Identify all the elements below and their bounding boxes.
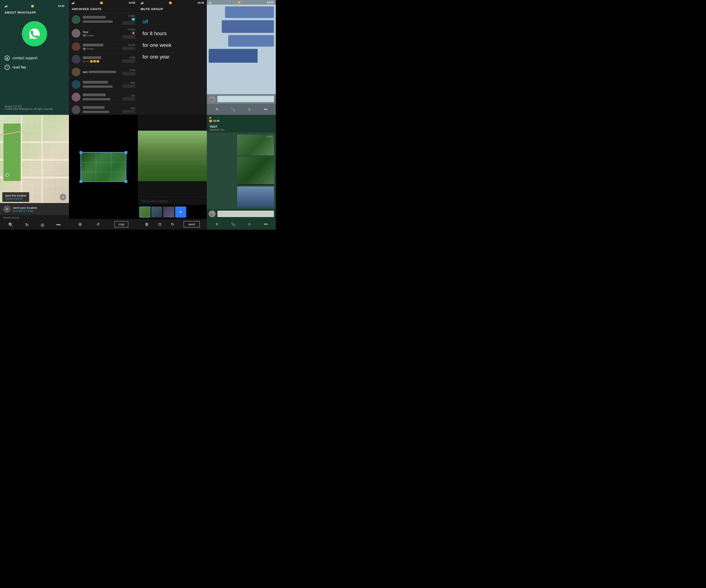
copyright-text: © 2010-2014 WhatsApp Inc. All rights res… — [5, 108, 53, 110]
unread-badge: 1 — [131, 18, 135, 21]
list-item[interactable]: Sun ARCHIVED — [69, 103, 138, 115]
mute-option-year[interactable]: for one year — [143, 52, 202, 62]
crop-image[interactable] — [80, 152, 126, 182]
emoji-icon[interactable]: ☺ — [246, 220, 253, 228]
list-icon[interactable]: ≡ — [213, 106, 221, 113]
more-icon[interactable]: ••• — [262, 220, 270, 228]
chat-name-blurred — [83, 44, 104, 46]
chat-meta: Mon ARCHIVED — [122, 82, 135, 88]
panel-crop: ⊞ ↺ crop — [69, 115, 138, 230]
crop-handle-topright[interactable] — [125, 151, 127, 154]
compass-button[interactable]: ⊙ — [60, 194, 66, 200]
list-icon[interactable]: ≡ — [213, 220, 221, 228]
chat-header: TEST FastCell, You — [207, 124, 276, 133]
list-item[interactable]: Ah ok 😊😊😊 9:46a ARCHIVED — [69, 53, 138, 66]
crop-button[interactable]: crop — [114, 221, 128, 227]
chat-preview-blurred — [83, 20, 113, 23]
avatar — [72, 106, 80, 114]
message-bubble — [225, 6, 274, 18]
chat-name-blurred — [83, 93, 106, 96]
mute-option-8h[interactable]: for 8 hours — [143, 28, 202, 39]
list-item[interactable]: test 9:45a ARCHIVED — [69, 66, 138, 78]
archived-badge: ARCHIVED — [122, 35, 135, 38]
mute-option-off[interactable]: off — [143, 16, 202, 27]
mute-title: MUTE GROUP — [138, 5, 207, 14]
message-input[interactable] — [218, 96, 274, 102]
thumb-image — [163, 207, 174, 217]
mute-icon: 🔇 — [132, 32, 135, 35]
chat-title: TEST — [209, 125, 273, 128]
mic-button[interactable]: 🎤 — [209, 95, 215, 102]
page-title: ABOUT WHATSAPP — [5, 11, 36, 14]
archived-badge: ARCHIVED — [122, 22, 135, 24]
list-item[interactable]: Mon ARCHIVED — [69, 78, 138, 91]
message-bubble — [228, 35, 274, 47]
image-message-1: 10:48a — [237, 135, 274, 155]
thumbnail-3[interactable] — [163, 207, 174, 217]
rotate-button[interactable]: ↻ — [171, 222, 174, 226]
status-bar-chat: 📶 10:50 — [207, 0, 276, 5]
list-item[interactable]: Sun ARCHIVED — [69, 91, 138, 103]
chat-toolbar: ≡ 📎 ☺ ••• — [207, 104, 276, 115]
thumbnail-2[interactable] — [151, 207, 162, 217]
caption-input[interactable]: Tap to add a caption... — [138, 197, 207, 205]
chat-meta: Sun ARCHIVED — [122, 94, 135, 100]
more-icon[interactable]: ••• — [262, 106, 270, 113]
map-area[interactable]: send this location Central Park W ⊙ — [0, 115, 69, 203]
crop-button2[interactable]: ⊡ — [158, 222, 161, 226]
chat-meta: Sun ARCHIVED — [122, 107, 135, 113]
whatsapp-logo — [22, 21, 47, 46]
send-button[interactable]: send — [184, 221, 200, 227]
status-bar-chat2: 📶 10:48 — [207, 115, 276, 124]
message-input[interactable] — [218, 211, 274, 217]
attach-icon[interactable]: 📎 — [230, 106, 237, 113]
crop-handle-topleft[interactable] — [80, 151, 82, 154]
panel-archived: 📶 10:58 ARCHIVED CHATS 10:58a 1 ARCHIVED… — [69, 0, 138, 115]
location-button[interactable]: ◎ — [41, 222, 44, 227]
thumbnail-1[interactable] — [139, 207, 150, 217]
chat2-input-bar: 🎤 — [207, 209, 276, 219]
crop-handle-bottomleft[interactable] — [80, 180, 82, 183]
chat-subtitle: FastCell, You — [209, 128, 273, 131]
chat-meta: 9:45a ARCHIVED — [122, 69, 135, 75]
avatar — [72, 68, 80, 76]
chat-content: test — [83, 70, 120, 74]
crop-handle-bottomright[interactable] — [125, 180, 127, 183]
refresh-button[interactable]: ↻ — [25, 222, 29, 227]
mute-option-week[interactable]: for one week — [143, 40, 202, 50]
crop-grid-overlay — [81, 153, 126, 181]
chat-time: Mon — [131, 82, 135, 84]
delete-button[interactable]: 🗑 — [145, 222, 149, 226]
chat-content: Ah ok 😊😊😊 — [83, 56, 120, 63]
about-footer: version 2.11.572 © 2010-2014 WhatsApp In… — [5, 105, 53, 110]
version-text: version 2.11.572 — [5, 105, 53, 108]
message-caption: Caption test #1 10:48a — [237, 184, 274, 185]
list-item[interactable]: 10:58a 1 ARCHIVED — [69, 13, 138, 27]
mic-button[interactable]: 🎤 — [209, 210, 215, 217]
search-button[interactable]: 🔍 — [8, 222, 13, 227]
chat-content — [83, 80, 120, 89]
list-item[interactable]: 📷 Image 10:13a ARCHIVED — [69, 40, 138, 53]
image-content-3 — [237, 186, 274, 207]
more-button[interactable]: ••• — [56, 222, 61, 227]
contact-support-item[interactable]: ◉ contact support — [5, 55, 64, 60]
chat-preview-blurred — [83, 111, 109, 113]
chat-meta: 10:58a 1 ARCHIVED — [122, 15, 135, 24]
chat-meta: 9:46a ARCHIVED — [122, 56, 135, 62]
crop-area — [69, 115, 138, 219]
avatar — [72, 42, 80, 51]
undo-button[interactable]: ↺ — [96, 222, 100, 226]
image-message-3 — [237, 186, 274, 207]
read-faq-item[interactable]: ? read faq — [5, 65, 64, 70]
emoji-icon[interactable]: ☺ — [246, 106, 253, 113]
grid-button[interactable]: ⊞ — [79, 222, 82, 226]
add-photo-button[interactable]: + — [175, 207, 186, 217]
send-location-text: send your location — [13, 206, 37, 209]
chat-time: Sun — [131, 107, 135, 109]
chat-preview-blurred — [88, 71, 116, 73]
attach-icon[interactable]: 📎 — [230, 220, 237, 228]
panel-mute: 📶 10:43 MUTE GROUP off for 8 hours for o… — [138, 0, 207, 115]
signal-icon — [209, 116, 273, 119]
list-item[interactable]: Test 📷 Image 10:48a 🔇 ARCHIVED — [69, 27, 138, 40]
chat-content — [83, 93, 120, 101]
